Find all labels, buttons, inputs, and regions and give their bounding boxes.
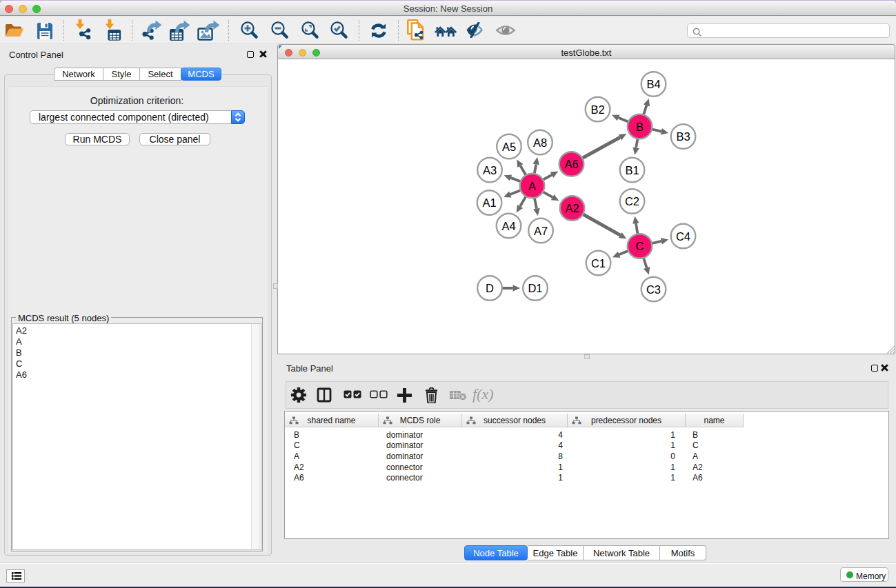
svg-text:D1: D1: [528, 282, 542, 294]
svg-text:A2: A2: [565, 202, 579, 214]
svg-text:C4: C4: [676, 230, 690, 243]
svg-text:B1: B1: [625, 164, 639, 176]
svg-text:C: C: [636, 240, 644, 252]
svg-text:A8: A8: [533, 136, 547, 149]
svg-text:A4: A4: [501, 220, 515, 232]
svg-text:A: A: [528, 180, 536, 192]
svg-text:A6: A6: [564, 158, 578, 170]
svg-text:A5: A5: [502, 141, 516, 153]
svg-text:B3: B3: [676, 130, 690, 143]
svg-text:D: D: [486, 282, 494, 294]
svg-text:A1: A1: [482, 196, 496, 209]
svg-text:A3: A3: [483, 164, 497, 176]
svg-text:B2: B2: [590, 103, 604, 116]
svg-text:C1: C1: [591, 257, 606, 270]
svg-text:B4: B4: [646, 78, 660, 90]
svg-text:C2: C2: [625, 195, 639, 207]
svg-text:B: B: [636, 121, 644, 133]
svg-text:C3: C3: [646, 283, 661, 296]
svg-text:A7: A7: [534, 225, 548, 237]
